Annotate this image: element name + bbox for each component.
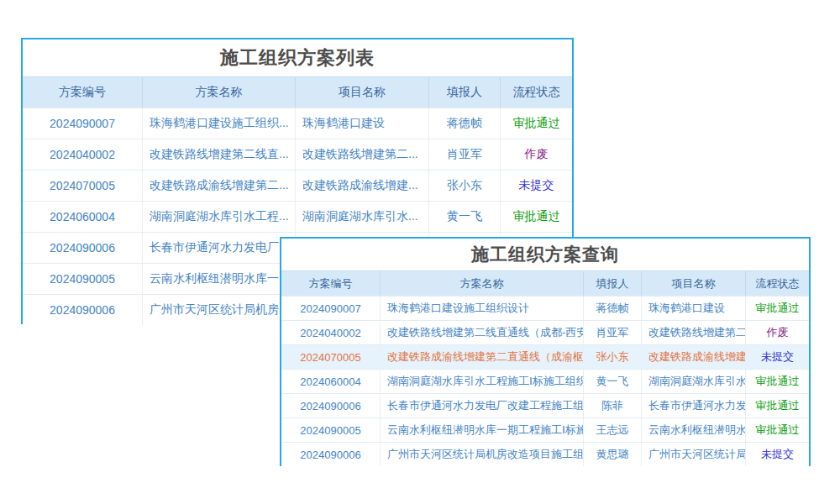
- cell-plan-name: 广州市天河区统计局机房改造项目施工组: [381, 443, 584, 466]
- status-badge: 未提交: [746, 345, 809, 369]
- cell-project-name: 改建铁路线增建第二...: [296, 139, 429, 170]
- column-header-plan-id: 方案编号: [281, 271, 381, 296]
- cell-plan-name: 珠海鹤港口建设施工组织...: [143, 108, 296, 139]
- cell-reporter: 黄一飞: [584, 370, 642, 393]
- cell-reporter: 张小东: [429, 171, 501, 201]
- status-badge: 审批通过: [746, 297, 809, 320]
- table-row[interactable]: 2024090005 云南水利枢纽潜明水库一期工程施工Ⅰ标施 王志远 云南水利枢…: [281, 417, 809, 442]
- cell-project-name: 珠海鹤港口建设: [642, 297, 746, 320]
- column-header-plan-name: 方案名称: [381, 271, 584, 296]
- cell-project-name: 长春市伊通河水力发: [642, 394, 746, 417]
- column-header-plan-id: 方案编号: [23, 77, 143, 108]
- cell-project-name: 改建铁路成渝线增建...: [296, 171, 429, 201]
- cell-plan-id: 2024040002: [23, 139, 143, 170]
- status-badge: 作废: [501, 139, 572, 170]
- cell-project-name: 珠海鹤港口建设: [296, 108, 429, 139]
- column-header-project-name: 项目名称: [642, 271, 746, 296]
- cell-plan-id: 2024090006: [23, 295, 143, 325]
- cell-plan-name: 改建铁路线增建第二线直通线（成都-西安: [381, 321, 584, 344]
- cell-reporter: 黄思璐: [584, 443, 642, 466]
- table-row[interactable]: 2024090007 珠海鹤港口建设施工组织... 珠海鹤港口建设 蒋德帧 审批…: [23, 108, 572, 139]
- status-badge: 审批通过: [746, 418, 809, 442]
- cell-plan-name: 长春市伊通河水力发电厂改建工程施工组: [381, 394, 584, 417]
- cell-reporter: 王志远: [584, 418, 642, 442]
- cell-reporter: 陈菲: [584, 394, 642, 417]
- status-badge: 作废: [746, 321, 809, 344]
- cell-reporter: 肖亚军: [584, 321, 642, 344]
- cell-plan-id: 2024090006: [281, 394, 381, 417]
- cell-reporter: 张小东: [584, 345, 642, 369]
- status-badge: 未提交: [501, 171, 572, 201]
- cell-plan-id: 2024090005: [281, 418, 381, 442]
- table-row[interactable]: 2024090006 广州市天河区统计局机房改造项目施工组 黄思璐 广州市天河区…: [281, 442, 809, 466]
- cell-reporter: 蒋德帧: [429, 108, 501, 139]
- cell-plan-id: 2024090006: [23, 233, 143, 263]
- plan-list-title: 施工组织方案列表: [23, 39, 572, 76]
- cell-plan-name: 改建铁路线增建第二线直...: [143, 139, 296, 170]
- cell-project-name: 云南水利枢纽潜明水: [642, 418, 746, 442]
- status-badge: 审批通过: [746, 394, 809, 417]
- cell-plan-name: 湖南洞庭湖水库引水工程...: [143, 202, 296, 232]
- table-row[interactable]: 2024070005 改建铁路成渝线增建第二... 改建铁路成渝线增建... 张…: [23, 170, 572, 201]
- table-row[interactable]: 2024090006 长春市伊通河水力发电厂改建工程施工组 陈菲 长春市伊通河水…: [281, 393, 809, 417]
- plan-list-header-row: 方案编号 方案名称 项目名称 填报人 流程状态: [23, 76, 572, 108]
- cell-project-name: 湖南洞庭湖水库引水: [642, 370, 746, 393]
- cell-project-name: 改建铁路成渝线增建: [642, 345, 746, 369]
- column-header-project-name: 项目名称: [296, 77, 429, 108]
- column-header-plan-name: 方案名称: [143, 77, 296, 108]
- cell-plan-id: 2024070005: [281, 345, 381, 369]
- cell-reporter: 黄一飞: [429, 202, 501, 232]
- plan-query-header-row: 方案编号 方案名称 填报人 项目名称 流程状态: [281, 270, 809, 296]
- cell-project-name: 湖南洞庭湖水库引水...: [296, 202, 429, 232]
- column-header-status: 流程状态: [501, 77, 572, 108]
- cell-project-name: 广州市天河区统计局: [642, 443, 746, 466]
- cell-plan-name: 改建铁路成渝线增建第二直通线（成渝枢: [381, 345, 584, 369]
- cell-plan-name: 长春市伊通河水力发电厂...: [143, 233, 296, 263]
- plan-query-title: 施工组织方案查询: [281, 239, 809, 270]
- column-header-status: 流程状态: [746, 271, 809, 296]
- cell-plan-id: 2024060004: [281, 370, 381, 393]
- cell-plan-id: 2024090006: [281, 443, 381, 466]
- column-header-reporter: 填报人: [429, 77, 501, 108]
- status-badge: 审批通过: [501, 202, 572, 232]
- table-row[interactable]: 2024060004 湖南洞庭湖水库引水工程施工Ⅰ标施工组织 黄一飞 湖南洞庭湖…: [281, 369, 809, 393]
- cell-project-name: 改建铁路线增建第二: [642, 321, 746, 344]
- cell-plan-name: 改建铁路成渝线增建第二...: [143, 171, 296, 201]
- table-row[interactable]: 2024090007 珠海鹤港口建设施工组织设计 蒋德帧 珠海鹤港口建设 审批通…: [281, 296, 809, 320]
- cell-plan-name: 广州市天河区统计局机房...: [143, 295, 296, 325]
- cell-plan-id: 2024090005: [23, 264, 143, 294]
- table-row[interactable]: 2024060004 湖南洞庭湖水库引水工程... 湖南洞庭湖水库引水... 黄…: [23, 201, 572, 232]
- table-row-selected[interactable]: 2024070005 改建铁路成渝线增建第二直通线（成渝枢 张小东 改建铁路成渝…: [281, 344, 809, 369]
- cell-plan-id: 2024090007: [23, 108, 143, 139]
- cell-plan-name: 云南水利枢纽潜明水库一...: [143, 264, 296, 294]
- cell-reporter: 蒋德帧: [584, 297, 642, 320]
- status-badge: 审批通过: [501, 108, 572, 139]
- table-row[interactable]: 2024040002 改建铁路线增建第二线直通线（成都-西安 肖亚军 改建铁路线…: [281, 320, 809, 344]
- cell-reporter: 肖亚军: [429, 139, 501, 170]
- status-badge: 审批通过: [746, 370, 809, 393]
- column-header-reporter: 填报人: [584, 271, 642, 296]
- plan-query-card: 施工组织方案查询 方案编号 方案名称 填报人 项目名称 流程状态 2024090…: [280, 237, 811, 466]
- cell-plan-name: 云南水利枢纽潜明水库一期工程施工Ⅰ标施: [381, 418, 584, 442]
- cell-plan-id: 2024060004: [23, 202, 143, 232]
- cell-plan-id: 2024040002: [281, 321, 381, 344]
- cell-plan-id: 2024090007: [281, 297, 381, 320]
- table-row[interactable]: 2024040002 改建铁路线增建第二线直... 改建铁路线增建第二... 肖…: [23, 139, 572, 170]
- cell-plan-name: 湖南洞庭湖水库引水工程施工Ⅰ标施工组织: [381, 370, 584, 393]
- workspace: 施工组织方案列表 方案编号 方案名称 项目名称 填报人 流程状态 2024090…: [0, 0, 840, 504]
- status-badge: 未提交: [746, 443, 809, 466]
- cell-plan-name: 珠海鹤港口建设施工组织设计: [381, 297, 584, 320]
- cell-plan-id: 2024070005: [23, 171, 143, 201]
